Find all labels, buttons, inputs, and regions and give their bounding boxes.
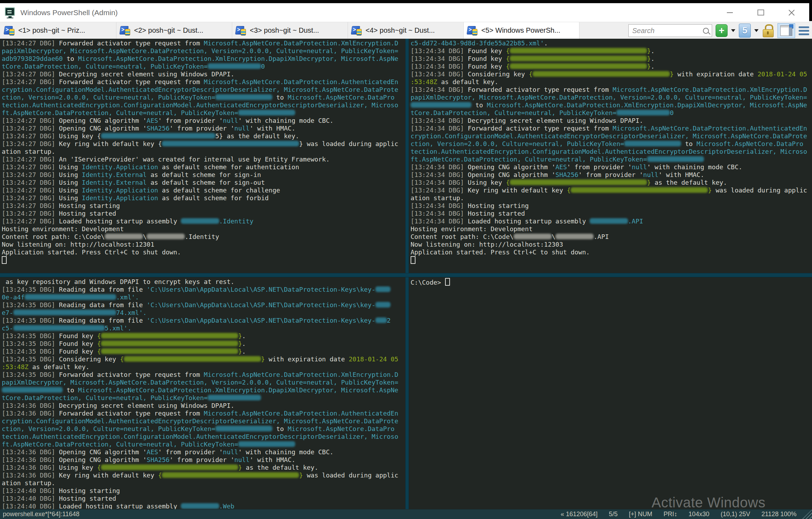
console-line: [13:24:34 DBG] Decrypting secret element… xyxy=(411,117,812,125)
text-segment: Using xyxy=(55,186,82,194)
console-line: [13:24:27 DBG] Using Identity.External a… xyxy=(2,171,405,179)
text-segment: 0 xyxy=(261,63,265,70)
new-console-dropdown-icon[interactable] xyxy=(731,29,735,32)
text-segment: Found key xyxy=(55,340,97,347)
menu-icon[interactable] xyxy=(799,26,809,35)
terminal-cursor xyxy=(445,278,450,286)
new-console-button[interactable]: + xyxy=(716,24,728,37)
console-line: [13:24:35 DBG] Considering key { } with … xyxy=(2,355,405,363)
text-segment: { xyxy=(97,348,101,355)
status-item: 104x30 xyxy=(689,511,709,518)
console-line: [13:24:27 DBG] Opening CNG algorithm 'AE… xyxy=(2,117,405,125)
console-line: ation startup. xyxy=(2,479,405,487)
pane-splitter-horizontal[interactable] xyxy=(0,273,812,277)
text-segment: null xyxy=(643,171,658,178)
text-segment: [13:24:27 DBG] xyxy=(2,194,55,202)
text-segment: Identity.External xyxy=(82,179,147,186)
search-box xyxy=(628,24,712,37)
console-line: [13:24:27 DBG] Forwarded activator type … xyxy=(2,78,405,86)
resize-grip-icon[interactable] xyxy=(802,509,812,519)
text-segment: [13:24:34 DBG] xyxy=(411,55,464,62)
text-segment: Decrypting secret element using Windows … xyxy=(55,70,234,78)
console-line: cryption.ConfigurationModel.Authenticate… xyxy=(411,132,812,140)
minimize-button[interactable] xyxy=(714,3,745,22)
text-segment: 5.xml'. xyxy=(105,324,132,332)
redacted-text xyxy=(375,317,387,323)
tab-console-3[interactable]: ><3> posh~git ~ Dust... xyxy=(232,22,348,39)
powershell-tab-icon: > xyxy=(120,26,131,36)
console-line: :53:48Z as default key. xyxy=(411,78,812,86)
console-line: Now listening on: http://localhost:12301 xyxy=(2,241,405,248)
console-line: [13:24:35 DBG] Reading data from file 'C… xyxy=(2,301,405,309)
text-segment: Using xyxy=(55,163,82,171)
text-segment: [13:24:36 DBG] xyxy=(2,402,55,409)
text-segment: Forwarded activator type request from xyxy=(55,371,204,378)
text-segment: ' from provider ' xyxy=(170,456,234,463)
text-segment: Found key xyxy=(464,63,506,70)
console-line: [13:24:35 DBG] Reading data from file 'C… xyxy=(2,286,405,293)
pane-bottom-right[interactable]: C:\Code> xyxy=(409,277,812,509)
text-segment: papiXmlDecryptor, Microsoft.AspNetCore.D… xyxy=(2,379,398,386)
console-line: [13:24:34 DBG] Hosting started xyxy=(411,210,812,217)
right-edge-strip xyxy=(809,0,812,21)
tab-console-5[interactable]: ><5> Windows PowerSh... xyxy=(464,22,579,39)
text-segment: tection.AuthenticatedEncryption.Configur… xyxy=(411,148,807,155)
redacted-text xyxy=(101,333,238,338)
text-segment: ' from provider ' xyxy=(170,125,234,132)
text-segment: [13:24:34 DBG] xyxy=(411,70,464,78)
tab-console-2[interactable]: ><2> posh~git ~ Dust... xyxy=(116,22,232,39)
text-segment: [13:24:36 DBG] xyxy=(2,410,55,417)
lock-icon[interactable] xyxy=(762,24,774,37)
redacted-text xyxy=(13,310,116,315)
text-segment: } xyxy=(299,471,303,479)
text-segment: [13:24:27 DBG] xyxy=(2,210,55,217)
console-line: :53:48Z as default key. xyxy=(2,363,405,371)
console-line: [13:24:35 DBG] Forwarded activator type … xyxy=(2,371,405,379)
console-line: [13:24:34 DBG] Found key { }. xyxy=(411,47,812,55)
console-line: as key repository and Windows DPAPI to e… xyxy=(2,278,405,286)
console-line: Content root path: C:\Code\ \ .Identity xyxy=(2,233,405,241)
console-line: cryption.ConfigurationModel.Authenticate… xyxy=(2,86,405,94)
text-segment: { xyxy=(567,186,571,194)
redacted-text xyxy=(2,387,63,393)
tab-console-4[interactable]: ><4> posh~git ~ Dust... xyxy=(348,22,464,39)
console-line: [13:24:27 DBG] Using Identity.Applicatio… xyxy=(2,163,405,171)
console-line: [13:24:40 DBG] Hosting started xyxy=(2,495,405,502)
text-segment: { xyxy=(97,340,101,347)
search-input[interactable] xyxy=(632,26,701,35)
text-segment: ation startup. xyxy=(2,479,55,487)
text-segment: :53:48Z xyxy=(2,363,28,371)
text-segment: Now listening on: http://localhost:12303 xyxy=(411,241,563,248)
text-segment: [13:24:40 DBG] xyxy=(2,495,55,502)
text-segment: } xyxy=(238,464,242,471)
pane-top-right[interactable]: c5-dd72-4b43-9d8d-3fde55a22b85.xml'.[13:… xyxy=(409,39,812,273)
redacted-text xyxy=(101,133,215,139)
tab-label: <4> posh~git ~ Dust... xyxy=(366,26,435,34)
text-segment: } xyxy=(647,47,651,55)
console-line: ft.AspNetCore.DataProtection, Culture=ne… xyxy=(2,109,405,117)
console-line: [13:24:27 DBG] Using key { 5} as the def… xyxy=(2,132,405,140)
console-list-dropdown-icon[interactable] xyxy=(754,29,759,32)
pane-top-left[interactable]: [13:24:27 DBG] Forwarded activator type … xyxy=(0,39,405,273)
text-segment: Content root path: C:\Code\ xyxy=(2,233,105,240)
pane-bottom-left[interactable]: as key repository and Windows DPAPI to e… xyxy=(0,277,405,509)
console-line: [13:24:34 DBG] Loaded hosting startup as… xyxy=(411,217,812,225)
status-process-label: powershell.exe*[*64]:11648 xyxy=(3,511,80,518)
powershell-tab-icon: > xyxy=(4,26,15,36)
console-list-button[interactable]: 5 xyxy=(739,24,751,38)
console-line: ft.AspNetCore.DataProtection, Culture=ne… xyxy=(2,441,405,448)
text-segment: [13:24:27 DBG] xyxy=(2,156,55,163)
close-button[interactable] xyxy=(776,3,807,22)
text-segment: to xyxy=(272,94,287,101)
redacted-text xyxy=(147,234,185,239)
text-segment: Forwarded activator type request from xyxy=(55,78,204,86)
powershell-tab-icon: > xyxy=(236,26,246,36)
tab-console-1[interactable]: ><1> posh~git ~ Priz... xyxy=(1,22,116,39)
text-segment: 'C:\Users\Dan\AppData\Local\ASP.NET\Data… xyxy=(147,286,375,293)
text-segment: ft.AspNetCore.DataProtection, Culture=ne… xyxy=(2,441,238,448)
view-panel-button[interactable] xyxy=(778,23,795,38)
text-segment: ft.AspNetCore.DataProtection, Culture=ne… xyxy=(2,109,238,116)
text-segment: [13:24:34 DBG] xyxy=(411,186,464,194)
redacted-text xyxy=(162,472,299,478)
maximize-button[interactable] xyxy=(745,3,776,22)
